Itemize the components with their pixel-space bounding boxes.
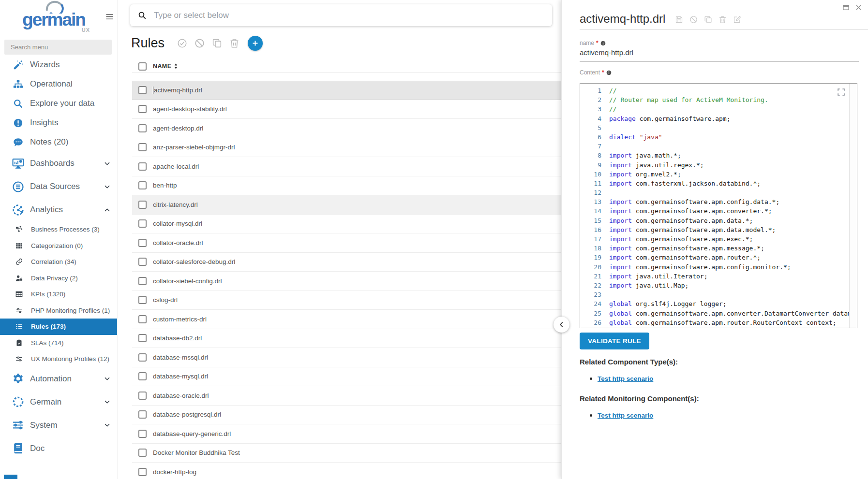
rule-name-cell[interactable]: docker-http-log — [153, 468, 196, 476]
duplicate-selected-icon[interactable] — [212, 38, 222, 48]
maximize-window-icon[interactable] — [842, 4, 850, 11]
rule-name-cell[interactable]: database-query-generic.drl — [153, 430, 231, 437]
sidebar-item-business-processes-3[interactable]: Business Processes (3) — [0, 221, 117, 238]
close-panel-icon[interactable] — [855, 4, 862, 11]
info-icon[interactable] — [606, 70, 612, 75]
table-row-database-mysql-drl[interactable]: database-mysql.drl — [132, 367, 561, 387]
table-row-agent-desktop-drl[interactable]: agent-desktop.drl — [132, 119, 561, 138]
row-checkbox[interactable] — [138, 296, 147, 304]
row-checkbox[interactable] — [138, 124, 147, 132]
sidebar-item-php-monitoring-profiles-1[interactable]: PHP Monitoring Profiles (1) — [0, 303, 117, 319]
collapse-panel-button[interactable] — [554, 317, 569, 333]
delete-selected-icon[interactable] — [229, 38, 239, 48]
fullscreen-icon[interactable] — [837, 88, 845, 96]
save-icon[interactable] — [675, 15, 683, 24]
table-row-cslog-drl[interactable]: cslog-drl — [132, 291, 561, 310]
sidebar-item-wizards[interactable]: Wizards — [0, 55, 117, 74]
rule-name-cell[interactable]: apache-local.drl — [153, 163, 199, 170]
row-checkbox[interactable] — [138, 201, 147, 209]
row-checkbox[interactable] — [138, 105, 147, 113]
name-input[interactable]: activemq-http.drl — [580, 46, 859, 62]
sidebar-item-insights[interactable]: Insights — [0, 113, 117, 132]
disable-icon[interactable] — [689, 15, 698, 24]
rule-name-cell[interactable]: database-db2.drl — [153, 334, 202, 342]
table-row-database-query-generic-drl[interactable]: database-query-generic.drl — [132, 424, 561, 444]
sidebar-item-notes-20[interactable]: Notes (20) — [0, 132, 117, 152]
row-checkbox[interactable] — [138, 353, 147, 362]
sidebar-item-categorization-0[interactable]: Categorization (0) — [0, 238, 117, 254]
table-row-collator-salesforce-debug-drl[interactable]: collator-salesforce-debug.drl — [132, 253, 561, 272]
rule-name-cell[interactable]: cslog-drl — [153, 296, 178, 304]
row-checkbox[interactable] — [138, 410, 147, 419]
table-row-citrix-latency-drl[interactable]: citrix-latency.drl — [132, 195, 561, 215]
sidebar-item-system[interactable]: System — [0, 414, 117, 437]
table-row-database-mssql-drl[interactable]: database-mssql.drl — [132, 348, 561, 367]
row-checkbox[interactable] — [138, 277, 147, 285]
table-row-collator-mysql-drl[interactable]: collator-mysql.drl — [132, 215, 561, 234]
row-checkbox[interactable] — [138, 239, 147, 247]
row-checkbox[interactable] — [138, 219, 147, 228]
row-checkbox[interactable] — [138, 258, 147, 266]
rule-name-cell[interactable]: agent-desktop.drl — [153, 125, 203, 132]
row-checkbox[interactable] — [138, 430, 147, 438]
sidebar-item-germain[interactable]: Germain — [0, 391, 117, 414]
table-row-database-postgresql-drl[interactable]: database-postgresql.drl — [132, 406, 561, 425]
sort-icon[interactable] — [174, 63, 178, 70]
table-row-database-oracle-drl[interactable]: database-oracle.drl — [132, 386, 561, 406]
sidebar-item-rules-173[interactable]: Rules (173) — [0, 319, 117, 335]
sidebar-item-doc[interactable]: Doc — [0, 437, 117, 460]
sidebar-item-kpis-1320[interactable]: KPIs (1320) — [0, 286, 117, 303]
table-row-collator-siebel-config-drl[interactable]: collator-siebel-config.drl — [132, 272, 561, 291]
row-checkbox[interactable] — [138, 372, 147, 380]
rule-name-cell[interactable]: citrix-latency.drl — [153, 201, 198, 208]
rule-content-editor[interactable]: 1//2// Router map used for ActiveM Monit… — [580, 83, 857, 328]
rule-name-cell[interactable]: custom-metrics-drl — [153, 316, 207, 323]
validate-selected-icon[interactable] — [177, 38, 187, 48]
rule-name-cell[interactable]: agent-desktop-stability.drl — [153, 105, 227, 113]
code-area[interactable]: 1//2// Router map used for ActiveM Monit… — [580, 84, 850, 328]
rule-name-cell[interactable]: database-oracle.drl — [153, 392, 209, 399]
sidebar-item-data-sources[interactable]: Data Sources — [0, 175, 117, 198]
table-row-apache-local-drl[interactable]: apache-local.drl — [132, 157, 561, 176]
sidebar-item-dashboards[interactable]: Dashboards — [0, 152, 117, 175]
rule-name-cell[interactable]: collator-mysql.drl — [153, 220, 202, 227]
sidebar-item-data-privacy-2[interactable]: Data Privacy (2) — [0, 270, 117, 287]
disable-selected-icon[interactable] — [195, 38, 205, 48]
rule-name-cell[interactable]: ben-http — [153, 182, 177, 189]
rule-name-cell[interactable]: database-postgresql.drl — [153, 411, 221, 418]
row-checkbox[interactable] — [138, 86, 147, 94]
add-rule-button[interactable] — [248, 36, 263, 51]
table-row-database-db2-drl[interactable]: database-db2.drl — [132, 329, 561, 348]
column-header-name[interactable]: NAME — [153, 63, 171, 70]
row-checkbox[interactable] — [138, 181, 147, 189]
rules-search-input[interactable] — [153, 10, 544, 21]
select-all-checkbox[interactable] — [138, 62, 147, 71]
row-checkbox[interactable] — [138, 449, 147, 457]
sidebar-item-automation[interactable]: Automation — [0, 367, 117, 391]
edit-icon[interactable] — [733, 15, 741, 24]
rule-name-cell[interactable]: database-mssql.drl — [153, 354, 208, 361]
rule-name-cell[interactable]: Docker Monitor Buddhika Test — [153, 449, 240, 456]
row-checkbox[interactable] — [138, 162, 147, 171]
menu-hamburger-icon[interactable] — [105, 12, 114, 21]
sidebar-item-analytics[interactable]: Analytics — [0, 198, 117, 221]
editor-scrollbar[interactable] — [849, 84, 857, 328]
rules-search-box[interactable] — [130, 4, 552, 26]
related-component-type-link[interactable]: Test http scenario — [598, 375, 653, 382]
rule-name-cell[interactable]: activemq-http.drl — [154, 87, 202, 94]
sidebar-item-explore-your-data[interactable]: Explore your data — [0, 94, 117, 113]
sidebar-item-slas-714[interactable]: SLAs (714) — [0, 335, 117, 351]
row-checkbox[interactable] — [138, 392, 147, 400]
rule-name-cell[interactable]: collator-siebel-config.drl — [153, 277, 222, 285]
sidebar-search[interactable] — [4, 40, 112, 55]
sidebar-item-ux-monitoring-profiles-12[interactable]: UX Monitoring Profiles (12) — [0, 351, 117, 367]
info-icon[interactable] — [600, 41, 606, 46]
table-row-collator-oracle-drl[interactable]: collator-oracle.drl — [132, 233, 561, 253]
row-checkbox[interactable] — [138, 334, 147, 342]
row-checkbox[interactable] — [138, 468, 147, 476]
rule-name-cell[interactable]: anz-parser-siebel-objmgr-drl — [153, 144, 235, 151]
rule-name-cell[interactable]: collator-oracle.drl — [153, 239, 203, 247]
duplicate-icon[interactable] — [704, 15, 712, 24]
rule-name-cell[interactable]: collator-salesforce-debug.drl — [153, 258, 235, 265]
table-row-custom-metrics-drl[interactable]: custom-metrics-drl — [132, 310, 561, 329]
